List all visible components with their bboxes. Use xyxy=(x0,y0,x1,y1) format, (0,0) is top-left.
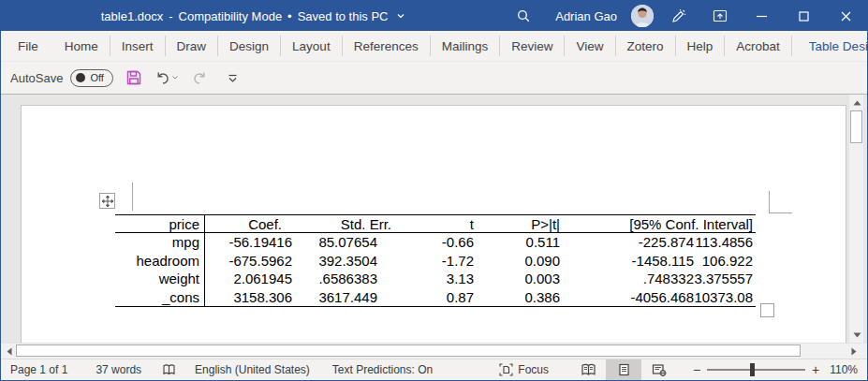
tab-design[interactable]: Design xyxy=(218,36,281,56)
customize-qat-icon[interactable] xyxy=(220,66,244,90)
text-predictions[interactable]: Text Predictions: On xyxy=(324,359,441,380)
document-page[interactable]: price Coef. Std. Err. t P>|t| [95% Conf.… xyxy=(21,105,846,359)
scroll-left-icon[interactable] xyxy=(2,344,16,359)
header-std-err[interactable]: Std. Err. xyxy=(294,215,405,232)
cell-t[interactable]: -0.66 xyxy=(405,233,478,252)
zoom-in-button[interactable]: + xyxy=(805,362,826,377)
cell-ci-low[interactable]: -225.874 xyxy=(563,233,695,252)
cell-varname[interactable]: mpg xyxy=(115,233,205,252)
avatar[interactable] xyxy=(626,1,658,31)
vertical-scroll-thumb[interactable] xyxy=(850,110,862,143)
print-layout-button[interactable] xyxy=(606,359,641,380)
scroll-down-icon[interactable] xyxy=(849,328,864,342)
tab-references[interactable]: References xyxy=(343,36,431,56)
scroll-up-icon[interactable] xyxy=(849,95,864,110)
web-layout-button[interactable] xyxy=(641,359,677,380)
word-count[interactable]: 37 words xyxy=(87,359,150,380)
cell-std-err[interactable]: 392.3504 xyxy=(294,252,405,271)
page-indicator[interactable]: Page 1 of 1 xyxy=(1,359,76,380)
title-filename: table1.docx xyxy=(101,9,164,23)
undo-button[interactable] xyxy=(154,69,179,86)
tab-zotero[interactable]: Zotero xyxy=(616,36,676,56)
cell-coef[interactable]: 2.061945 xyxy=(205,270,294,288)
cell-ci-high[interactable]: 10373.08 xyxy=(695,288,756,307)
vertical-scrollbar[interactable] xyxy=(848,95,863,343)
tab-draw[interactable]: Draw xyxy=(166,36,219,56)
tab-mailings[interactable]: Mailings xyxy=(431,36,501,56)
cell-varname[interactable]: _cons xyxy=(115,288,205,307)
word-window: table1.docx - Compatibility Mode • Saved… xyxy=(0,0,868,381)
header-coef[interactable]: Coef. xyxy=(205,215,294,232)
move-cross-icon xyxy=(102,196,113,207)
zoom-out-button[interactable]: − xyxy=(686,362,707,377)
minimize-button[interactable] xyxy=(741,1,783,31)
read-mode-button[interactable] xyxy=(570,359,606,380)
save-icon[interactable] xyxy=(122,66,146,90)
cell-p[interactable]: 0.386 xyxy=(478,288,563,307)
maximize-button[interactable] xyxy=(783,1,825,31)
redo-button[interactable] xyxy=(187,66,212,90)
tab-insert[interactable]: Insert xyxy=(110,36,166,56)
regression-table[interactable]: price Coef. Std. Err. t P>|t| [95% Conf.… xyxy=(115,214,756,307)
table-resize-handle[interactable] xyxy=(760,303,774,317)
header-p[interactable]: P>|t| xyxy=(478,215,563,232)
title-saved-status[interactable]: Saved to this PC xyxy=(298,9,389,23)
cell-ci-low[interactable]: .748332 xyxy=(563,270,695,288)
tab-help[interactable]: Help xyxy=(676,36,726,56)
cell-t[interactable]: -1.72 xyxy=(405,252,478,271)
autosave-toggle[interactable]: Off xyxy=(70,69,113,87)
cell-std-err[interactable]: .6586383 xyxy=(294,270,405,288)
focus-mode-button[interactable]: Focus xyxy=(491,359,557,380)
read-mode-icon xyxy=(581,363,596,376)
status-bar: Page 1 of 1 37 words English (United Sta… xyxy=(1,359,867,380)
tab-view[interactable]: View xyxy=(565,36,615,56)
cell-p[interactable]: 0.511 xyxy=(478,233,563,252)
table-header-row: price Coef. Std. Err. t P>|t| [95% Conf.… xyxy=(115,215,756,233)
cell-coef[interactable]: -675.5962 xyxy=(205,252,294,271)
quick-access-toolbar: AutoSave Off xyxy=(1,62,867,95)
close-button[interactable] xyxy=(825,1,867,31)
cell-t[interactable]: 3.13 xyxy=(405,270,478,288)
cell-ci-high[interactable]: 106.922 xyxy=(695,252,756,271)
account-name[interactable]: Adrian Gao xyxy=(542,1,626,31)
search-icon[interactable] xyxy=(505,1,542,31)
document-title: table1.docx - Compatibility Mode • Saved… xyxy=(101,9,405,23)
cell-ci-low[interactable]: -1458.115 xyxy=(563,252,695,271)
editor-pen-icon[interactable] xyxy=(658,1,699,31)
cell-std-err[interactable]: 85.07654 xyxy=(294,233,405,252)
cell-p[interactable]: 0.003 xyxy=(478,270,563,288)
cell-coef[interactable]: -56.19416 xyxy=(205,233,294,252)
cell-p[interactable]: 0.090 xyxy=(478,252,563,271)
chevron-down-icon[interactable] xyxy=(396,11,405,21)
table-move-handle[interactable] xyxy=(99,193,115,209)
horizontal-scrollbar[interactable] xyxy=(1,343,867,359)
proofing-book-icon[interactable] xyxy=(154,359,184,380)
cell-std-err[interactable]: 3617.449 xyxy=(294,288,405,307)
tab-acrobat[interactable]: Acrobat xyxy=(725,36,792,56)
zoom-thumb[interactable] xyxy=(750,363,755,376)
web-layout-icon xyxy=(652,363,667,376)
header-depvar[interactable]: price xyxy=(115,215,205,232)
cell-ci-high[interactable]: 3.375557 xyxy=(695,270,756,288)
language-indicator[interactable]: English (United States) xyxy=(186,359,318,380)
tab-home[interactable]: Home xyxy=(53,36,110,56)
zoom-level[interactable]: 110% xyxy=(826,363,867,376)
scroll-right-icon[interactable] xyxy=(846,344,861,359)
cell-varname[interactable]: weight xyxy=(115,270,205,288)
ribbon-display-options-icon[interactable] xyxy=(699,1,741,31)
tab-table-design[interactable]: Table Design xyxy=(792,36,868,56)
tab-layout[interactable]: Layout xyxy=(281,36,343,56)
cell-t[interactable]: 0.87 xyxy=(405,288,478,307)
horizontal-scroll-thumb[interactable] xyxy=(16,344,801,357)
left-margin-mark xyxy=(132,183,133,211)
header-conf-interval[interactable]: [95% Conf. Interval] xyxy=(563,215,756,232)
cell-coef[interactable]: 3158.306 xyxy=(205,288,294,307)
tab-file[interactable]: File xyxy=(1,36,53,56)
redo-icon xyxy=(191,69,208,86)
cell-ci-low[interactable]: -4056.468 xyxy=(563,288,695,307)
header-t[interactable]: t xyxy=(405,215,478,232)
zoom-slider[interactable] xyxy=(707,362,805,377)
cell-ci-high[interactable]: 113.4856 xyxy=(695,233,756,252)
tab-review[interactable]: Review xyxy=(500,36,565,56)
cell-varname[interactable]: headroom xyxy=(115,252,205,271)
